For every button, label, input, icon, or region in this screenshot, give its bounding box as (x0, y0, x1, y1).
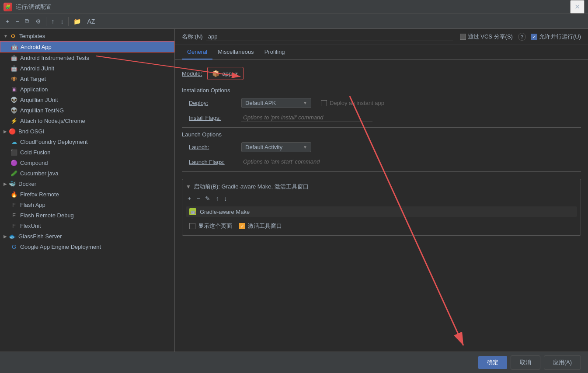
move-down-button[interactable]: ↓ (58, 17, 66, 26)
gradle-make-item[interactable]: 🤖 Gradle-aware Make (186, 206, 577, 217)
arquillian-testng-icon: 👽 (10, 107, 17, 114)
docker-chevron: ▶ (3, 181, 7, 186)
launch-label-text: Launch: (189, 144, 209, 150)
launch-options-header: Launch Options (182, 131, 581, 138)
deploy-value: Default APK (245, 100, 276, 106)
launch-flags-label-text: Launch Flags: (189, 159, 225, 165)
module-selector[interactable]: 📦 app ▼ (207, 67, 244, 80)
before-launch-chevron: ▼ (186, 184, 191, 190)
bl-up-button[interactable]: ↑ (214, 194, 220, 203)
sidebar-item-flash-remote-debug[interactable]: F Flash Remote Debug (0, 210, 174, 220)
ant-target-label: Ant Target (20, 76, 46, 82)
title-text: 运行/调试配置 (16, 3, 52, 11)
add-button[interactable]: + (3, 17, 11, 26)
templates-chevron: ▼ (3, 34, 8, 38)
bottom-bar: 确定 取消 应用(A) (0, 352, 588, 373)
app-logo: 🧩 (3, 3, 12, 11)
tab-general[interactable]: General (182, 45, 212, 59)
deploy-label-text: Deploy: (189, 100, 208, 106)
sidebar-item-android-junit[interactable]: 🤖 Android JUnit (0, 63, 174, 73)
settings-button[interactable]: ⚙ (33, 17, 43, 26)
copy-button[interactable]: ⧉ (23, 16, 31, 26)
sidebar-item-cloudfoundry[interactable]: ☁ CloudFoundry Deployment (0, 136, 174, 147)
android-instrumented-icon: 🤖 (10, 54, 17, 61)
sidebar-item-google-app-engine[interactable]: G Google App Engine Deployment (0, 241, 174, 252)
templates-header[interactable]: ▼ ⚙ Templates (0, 31, 174, 41)
sidebar-item-android-app[interactable]: 🤖 Android App (0, 41, 174, 52)
android-junit-label: Android JUnit (20, 65, 54, 72)
sidebar-item-bnd-osgi[interactable]: ▶ 🔴 Bnd OSGi (0, 126, 174, 136)
toolbar-separator (46, 17, 46, 26)
launch-value: Default Activity (245, 144, 282, 150)
sidebar-item-glassfish[interactable]: ▶ 🐟 GlassFish Server (0, 231, 174, 241)
cancel-button[interactable]: 取消 (511, 356, 540, 370)
arquillian-testng-label: Arquillian TestNG (20, 107, 64, 114)
cloudfoundry-icon: ☁ (10, 138, 17, 145)
panel-content: Module: 📦 app ▼ Installation Options Dep… (175, 60, 588, 352)
sidebar-item-firefox-remote[interactable]: 🔥 Firefox Remote (0, 189, 174, 199)
sidebar-item-flexunit[interactable]: F FlexUnit (0, 220, 174, 231)
templates-section: ▼ ⚙ Templates 🤖 Android App 🤖 Android In… (0, 29, 174, 254)
confirm-button[interactable]: 确定 (478, 356, 507, 369)
sidebar-item-android-instrumented[interactable]: 🤖 Android Instrumented Tests (0, 52, 174, 63)
allow-parallel-box[interactable]: ✓ (531, 34, 537, 40)
launch-row: Launch: Default Activity ▼ (182, 142, 581, 152)
sidebar-item-flash-app[interactable]: F Flash App (0, 199, 174, 210)
right-panel: 名称:(N) 通过 VCS 分享(S) ? ✓ 允许并行运行(U) Genera… (175, 29, 588, 352)
bl-remove-button[interactable]: − (195, 194, 202, 203)
sidebar-item-ant-target[interactable]: 🕷 Ant Target (0, 73, 174, 84)
name-input[interactable] (206, 32, 453, 41)
before-launch-label: 启动前(B): Gradle-aware Make, 激活工具窗口 (194, 183, 309, 191)
close-button[interactable]: ✕ (570, 0, 585, 14)
bl-edit-button[interactable]: ✎ (203, 194, 212, 203)
google-icon: G (10, 243, 17, 250)
firefox-label: Firefox Remote (20, 191, 59, 198)
toolbar-separator-2 (68, 17, 69, 26)
vcs-share-checkbox[interactable]: 通过 VCS 分享(S) (460, 33, 513, 41)
bl-down-button[interactable]: ↓ (222, 194, 229, 203)
bnd-chevron: ▶ (3, 129, 7, 134)
sidebar-item-application[interactable]: ▣ Application (0, 84, 174, 94)
launch-select[interactable]: Default Activity ▼ (241, 142, 311, 152)
remove-button[interactable]: − (13, 17, 21, 26)
sidebar-item-arquillian-testng[interactable]: 👽 Arquillian TestNG (0, 105, 174, 115)
before-launch-header[interactable]: ▼ 启动前(B): Gradle-aware Make, 激活工具窗口 (186, 183, 577, 191)
apply-button[interactable]: 应用(A) (544, 356, 581, 370)
deploy-instant-checkbox[interactable] (321, 100, 327, 106)
title-bar-left: 🧩 运行/调试配置 (3, 3, 52, 11)
sidebar-item-cucumber-java[interactable]: 🥒 Cucumber java (0, 168, 174, 178)
tab-miscellaneous[interactable]: Miscellaneous (212, 45, 259, 59)
firefox-icon: 🔥 (10, 191, 17, 198)
launch-flags-input[interactable] (241, 157, 372, 166)
sidebar-item-attach-node[interactable]: ⚡ Attach to Node.js/Chrome (0, 115, 174, 126)
allow-parallel-label: 允许并行运行(U) (539, 33, 581, 41)
sidebar-item-docker[interactable]: ▶ 🐳 Docker (0, 178, 174, 189)
compound-icon: 🟣 (10, 159, 17, 166)
sort-button[interactable]: AZ (85, 17, 97, 26)
install-flags-label-text: Install Flags: (189, 115, 221, 121)
vcs-checkbox-box[interactable] (460, 34, 466, 40)
activate-tool-window-checkbox[interactable]: ✓ 激活工具窗口 (239, 222, 282, 230)
attach-node-icon: ⚡ (10, 117, 17, 124)
sidebar-item-compound[interactable]: 🟣 Compound (0, 157, 174, 168)
tab-profiling[interactable]: Profiling (259, 45, 290, 59)
install-flags-input[interactable] (241, 113, 372, 122)
name-label: 名称:(N) (182, 33, 203, 41)
bnd-label: Bnd OSGi (18, 128, 44, 135)
deploy-select[interactable]: Default APK ▼ (241, 98, 311, 108)
help-button[interactable]: ? (518, 33, 526, 41)
bl-add-button[interactable]: + (186, 194, 193, 203)
show-page-checkbox[interactable]: 显示这个页面 (189, 222, 232, 230)
sidebar-item-cold-fusion[interactable]: ⬛ Cold Fusion (0, 147, 174, 157)
allow-parallel-checkbox[interactable]: ✓ 允许并行运行(U) (531, 33, 581, 41)
sidebar-item-arquillian-junit[interactable]: 👽 Arquillian JUnit (0, 94, 174, 105)
show-page-box[interactable] (189, 223, 195, 229)
android-junit-icon: 🤖 (10, 65, 17, 72)
folder-button[interactable]: 📁 (71, 17, 83, 26)
launch-control: Default Activity ▼ (241, 142, 311, 152)
cloudfoundry-label: CloudFoundry Deployment (20, 139, 88, 145)
flash-app-icon: F (10, 201, 17, 208)
gradle-label: Gradle-aware Make (200, 209, 250, 215)
move-up-button[interactable]: ↑ (49, 17, 56, 26)
activate-tool-window-box[interactable]: ✓ (239, 223, 245, 229)
